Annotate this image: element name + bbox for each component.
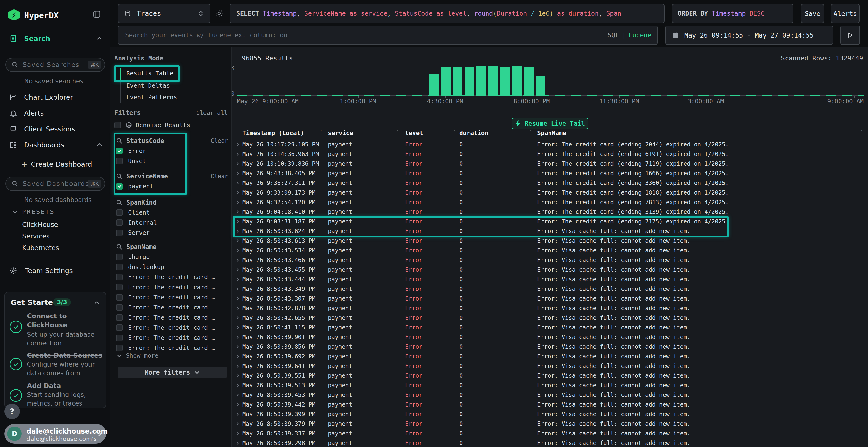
filter-option[interactable]: Client (111, 207, 232, 217)
checkbox-unchecked[interactable] (116, 253, 123, 260)
table-row[interactable]: May 26 8:50:43.349 PMpaymentError0Error:… (232, 284, 868, 294)
sidebar-item-kubernetes[interactable]: Kubernetes (22, 244, 59, 251)
sidebar-collapse-icon[interactable] (92, 10, 101, 19)
column-header-timestamp[interactable]: Timestamp (Local) (242, 130, 304, 137)
table-row[interactable]: May 26 10:17:29.105 PMpaymentError0Error… (232, 140, 868, 149)
table-row[interactable]: May 26 10:10:39.836 PMpaymentError0Error… (232, 159, 868, 169)
event-search-input[interactable]: Search your events w/ Lucene ex. column:… (118, 26, 657, 45)
row-expand-icon[interactable] (235, 354, 240, 359)
checkbox-unchecked[interactable] (116, 304, 123, 311)
histogram-bar[interactable] (441, 67, 451, 96)
row-expand-icon[interactable] (235, 412, 240, 417)
checkbox-unchecked[interactable] (116, 230, 123, 236)
row-expand-icon[interactable] (235, 190, 240, 195)
filter-option[interactable]: Internal (111, 217, 232, 228)
filter-clear-button[interactable]: Clear (211, 173, 228, 180)
row-expand-icon[interactable] (235, 142, 240, 147)
sidebar-item-team-settings[interactable]: Team Settings (0, 264, 111, 278)
row-expand-icon[interactable] (235, 421, 240, 426)
presets-toggle[interactable]: PRESETS (0, 205, 111, 219)
table-row[interactable]: May 26 8:50:42.878 PMpaymentError0Error:… (232, 304, 868, 313)
row-expand-icon[interactable] (235, 431, 240, 436)
saved-searches-input[interactable]: Saved Searches ⌘K (5, 58, 105, 72)
column-grip-icon[interactable]: ⋮ (318, 129, 324, 135)
more-filters-button[interactable]: More filters (118, 367, 227, 378)
table-row[interactable]: May 26 8:50:39.453 PMpaymentError0Error:… (232, 390, 868, 400)
get-started-item-title[interactable]: ClickHouse (27, 321, 67, 329)
histogram-bar[interactable] (465, 67, 474, 96)
analysis-option-event-patterns[interactable]: Event Patterns (126, 93, 177, 102)
clear-all-button[interactable]: Clear all (196, 110, 227, 116)
create-dashboard-button[interactable]: + Create Dashboard (0, 157, 111, 171)
row-expand-icon[interactable] (235, 200, 240, 205)
filter-option[interactable]: Error: The credit card … (111, 343, 232, 353)
table-row[interactable]: May 26 8:50:39.298 PMpaymentError0Error:… (232, 438, 868, 447)
save-button[interactable]: Save (801, 4, 824, 23)
filter-option[interactable]: Error: The credit card … (111, 272, 232, 282)
get-started-item-title[interactable]: Create Data Sources (27, 352, 102, 359)
column-header-duration[interactable]: duration (459, 130, 488, 137)
histogram-bar[interactable] (536, 76, 546, 96)
checkbox-unchecked[interactable] (116, 209, 123, 216)
checkbox-unchecked[interactable] (116, 284, 123, 290)
order-by-input[interactable]: ORDER BY Timestamp DESC (672, 4, 793, 23)
row-expand-icon[interactable] (235, 238, 240, 243)
source-select[interactable]: Traces (118, 4, 210, 23)
run-query-button[interactable] (840, 26, 860, 45)
histogram-bar[interactable] (524, 67, 534, 96)
row-expand-icon[interactable] (235, 151, 240, 157)
table-row[interactable]: May 26 8:50:43.444 PMpaymentError0Error:… (232, 275, 868, 284)
row-expand-icon[interactable] (235, 383, 240, 388)
mode-lucene-label[interactable]: Lucene (628, 32, 651, 39)
filter-option[interactable]: Error: The credit card … (111, 302, 232, 312)
mode-sql-label[interactable]: SQL (608, 32, 619, 39)
column-grip-icon[interactable]: ⋮ (528, 129, 533, 135)
table-row[interactable]: May 26 9:32:54.120 PMpaymentError0Error:… (232, 198, 868, 207)
table-row[interactable]: May 26 10:14:36.963 PMpaymentError0Error… (232, 149, 868, 159)
filter-option[interactable]: Server (111, 228, 232, 238)
column-grip-icon[interactable]: ⋮ (395, 129, 400, 135)
table-row[interactable]: May 26 8:50:43.455 PMpaymentError0Error:… (232, 265, 868, 275)
row-expand-icon[interactable] (235, 315, 240, 320)
filter-clear-button[interactable]: Clear (211, 138, 228, 144)
table-row[interactable]: May 26 8:50:39.901 PMpaymentError0Error:… (232, 332, 868, 342)
table-row[interactable]: May 26 8:50:41.115 PMpaymentError0Error:… (232, 323, 868, 332)
sidebar-item-alerts[interactable]: Alerts (0, 106, 111, 121)
row-expand-icon[interactable] (235, 392, 240, 398)
sidebar-item-services[interactable]: Services (22, 232, 50, 240)
get-started-item-title[interactable]: Connect to (27, 312, 67, 319)
sidebar-item-dashboards[interactable]: Dashboards (0, 138, 111, 152)
row-expand-icon[interactable] (235, 171, 240, 176)
table-row[interactable]: May 26 8:50:39.337 PMpaymentError0Error:… (232, 429, 868, 438)
column-header-service[interactable]: service (328, 130, 353, 137)
column-grip-icon[interactable]: ⋮ (859, 129, 865, 135)
histogram-bar[interactable] (476, 66, 486, 96)
row-expand-icon[interactable] (235, 402, 240, 407)
row-expand-icon[interactable] (235, 277, 240, 282)
row-expand-icon[interactable] (235, 296, 240, 301)
chevron-up-icon[interactable] (94, 300, 100, 306)
row-expand-icon[interactable] (235, 229, 240, 234)
sql-query-input[interactable]: SELECT Timestamp, ServiceName as service… (229, 4, 664, 23)
query-language-toggle[interactable]: SQL|Lucene (608, 32, 651, 39)
table-row[interactable]: May 26 8:50:39.513 PMpaymentError0Error:… (232, 381, 868, 390)
row-expand-icon[interactable] (235, 219, 240, 224)
denoise-results-toggle[interactable]: Denoise Results (114, 122, 190, 129)
checkbox-unchecked[interactable] (116, 345, 123, 351)
table-row[interactable]: May 26 8:50:39.379 PMpaymentError0Error:… (232, 419, 868, 429)
table-row[interactable]: May 26 9:33:09.173 PMpaymentError0Error:… (232, 188, 868, 198)
filter-option[interactable]: Error: The credit card … (111, 282, 232, 292)
row-expand-icon[interactable] (235, 335, 240, 340)
row-expand-icon[interactable] (235, 267, 240, 272)
table-row[interactable]: May 26 9:36:27.311 PMpaymentError0Error:… (232, 178, 868, 188)
search-icon[interactable] (116, 138, 123, 144)
search-icon[interactable] (116, 244, 123, 250)
checkbox-unchecked[interactable] (116, 294, 123, 301)
filter-option[interactable]: payment (111, 181, 232, 191)
sidebar-item-chart-explorer[interactable]: Chart Explorer (0, 90, 111, 105)
results-histogram[interactable]: 12K 0 May 26 9:00:00 AM1:00:00 PM4:30:00… (237, 62, 864, 96)
user-menu[interactable]: D dale@clickhouse.com dale@clickhouse.co… (4, 424, 106, 444)
analysis-option-event-deltas[interactable]: Event Deltas (126, 81, 170, 91)
sidebar-item-client-sessions[interactable]: Client Sessions (0, 122, 111, 136)
row-expand-icon[interactable] (235, 248, 240, 253)
